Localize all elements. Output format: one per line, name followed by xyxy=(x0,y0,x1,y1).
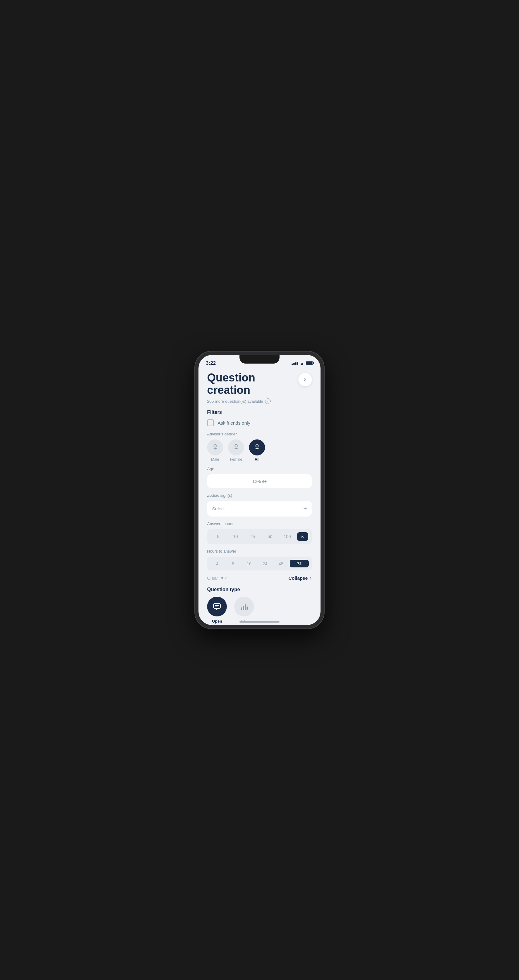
count-infinity[interactable]: ∞ xyxy=(297,532,308,541)
collapse-label: Collapse xyxy=(289,576,308,581)
action-row: Clear ▼× Collapse ↑ xyxy=(207,576,312,581)
hours-4[interactable]: 4 xyxy=(210,561,224,566)
question-type-label: Question type xyxy=(207,587,312,592)
subtitle-row: 205 more question(-s) available i xyxy=(207,398,312,404)
svg-rect-7 xyxy=(245,605,246,610)
battery-icon xyxy=(306,361,313,365)
qtype-open-label: Openquestion xyxy=(209,619,225,625)
count-25[interactable]: 25 xyxy=(245,534,260,539)
count-10[interactable]: 10 xyxy=(228,534,243,539)
gender-all-label: All xyxy=(255,457,259,461)
svg-rect-8 xyxy=(246,606,248,610)
collapse-arrow-icon: ↑ xyxy=(310,576,312,581)
info-icon[interactable]: i xyxy=(265,398,271,404)
gender-female-button[interactable]: Female xyxy=(228,439,244,461)
zodiac-select[interactable]: Select + xyxy=(207,501,312,517)
screen-content: Question creation × 205 more question(-s… xyxy=(198,369,321,625)
qtype-open-button[interactable]: Openquestion xyxy=(207,597,227,625)
hours-48[interactable]: 48 xyxy=(274,561,288,566)
age-value: 12-99+ xyxy=(212,479,307,484)
hours-group: Hours to answer 4 8 16 24 48 72 xyxy=(207,549,312,571)
close-button[interactable]: × xyxy=(298,373,312,387)
zodiac-plus-icon: + xyxy=(303,505,307,512)
status-time: 3:22 xyxy=(206,361,216,366)
svg-point-0 xyxy=(214,445,216,447)
svg-rect-5 xyxy=(241,608,242,610)
ask-friends-row: Ask friends only xyxy=(207,419,312,426)
hours-row: 4 8 16 24 48 72 xyxy=(207,557,312,571)
hours-label: Hours to answer xyxy=(207,549,312,554)
status-icons: ▲ xyxy=(292,361,313,366)
signal-icon xyxy=(292,362,298,365)
filter-clear-icon: ▼× xyxy=(220,576,227,581)
hours-24[interactable]: 24 xyxy=(258,561,272,566)
subtitle-text: 205 more question(-s) available xyxy=(207,399,263,404)
question-type-group: Question type O xyxy=(207,587,312,625)
count-5[interactable]: 5 xyxy=(211,534,225,539)
advisor-gender-group: Advisor's gender Male xyxy=(207,432,312,461)
clear-button[interactable]: Clear ▼× xyxy=(207,576,227,581)
gender-buttons: Male Female xyxy=(207,439,312,461)
gender-all-circle xyxy=(249,439,265,455)
qtype-open-circle xyxy=(207,597,227,616)
gender-all-button[interactable]: All xyxy=(249,439,265,461)
gender-female-label: Female xyxy=(230,457,242,461)
home-bar xyxy=(240,621,279,623)
svg-point-1 xyxy=(235,445,237,447)
age-slider-card[interactable]: 12-99+ xyxy=(207,474,312,488)
phone-shell: 3:22 ▲ Question creation × xyxy=(195,351,324,629)
qtype-poll-circle xyxy=(234,597,254,616)
age-label: Age xyxy=(207,466,312,471)
zodiac-label: Zodiac sign(s) xyxy=(207,493,312,498)
wifi-icon: ▲ xyxy=(300,361,304,366)
count-100[interactable]: 100 xyxy=(280,534,295,539)
answers-count-group: Answers count 5 10 25 50 100 ∞ xyxy=(207,522,312,544)
clear-label: Clear xyxy=(207,576,218,581)
hours-16[interactable]: 16 xyxy=(242,561,256,566)
notch xyxy=(240,355,279,364)
gender-female-circle xyxy=(228,439,244,455)
hours-8[interactable]: 8 xyxy=(226,561,240,566)
ask-friends-checkbox[interactable] xyxy=(207,419,214,426)
answers-count-row: 5 10 25 50 100 ∞ xyxy=(207,529,312,544)
zodiac-group: Zodiac sign(s) Select + xyxy=(207,493,312,517)
gender-male-button[interactable]: Male xyxy=(207,439,223,461)
header-row: Question creation × xyxy=(207,372,312,396)
page-title: Question creation xyxy=(207,372,255,396)
ask-friends-label: Ask friends only xyxy=(217,420,250,426)
collapse-button[interactable]: Collapse ↑ xyxy=(289,576,312,581)
answers-count-label: Answers count xyxy=(207,522,312,526)
svg-rect-6 xyxy=(243,606,244,610)
gender-male-label: Male xyxy=(211,457,219,461)
zodiac-placeholder: Select xyxy=(212,506,225,511)
svg-point-2 xyxy=(256,445,258,447)
filters-section-label: Filters xyxy=(207,409,312,415)
svg-point-4 xyxy=(218,605,219,606)
advisor-gender-label: Advisor's gender xyxy=(207,432,312,436)
count-50[interactable]: 50 xyxy=(263,534,278,539)
hours-72[interactable]: 72 xyxy=(290,560,309,567)
age-group: Age 12-99+ xyxy=(207,466,312,488)
gender-male-circle xyxy=(207,439,223,455)
phone-screen: 3:22 ▲ Question creation × xyxy=(198,355,321,625)
